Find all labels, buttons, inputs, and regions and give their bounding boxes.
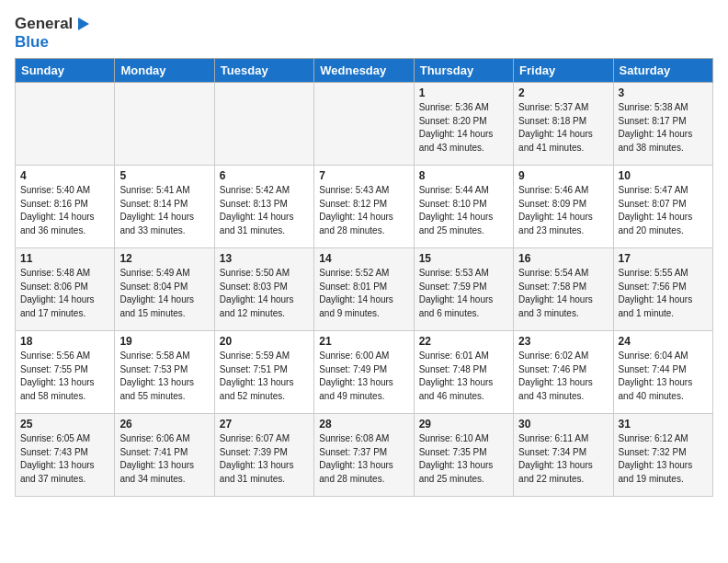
day-info: Sunrise: 5:43 AM Sunset: 8:12 PM Dayligh… [319,184,408,237]
calendar-cell: 24Sunrise: 6:04 AM Sunset: 7:44 PM Dayli… [613,331,712,414]
day-number: 5 [119,169,209,182]
day-number: 19 [119,335,209,348]
calendar-day-header: Wednesday [314,59,414,83]
day-number: 20 [220,335,309,348]
day-info: Sunrise: 6:05 AM Sunset: 7:43 PM Dayligh… [20,432,109,486]
calendar-day-header: Friday [514,59,613,83]
logo-text: General Blue [15,15,91,51]
day-info: Sunrise: 6:12 AM Sunset: 7:32 PM Dayligh… [619,432,708,486]
calendar-week-row: 4Sunrise: 5:40 AM Sunset: 8:16 PM Daylig… [16,166,713,248]
svg-marker-0 [78,17,89,30]
day-number: 12 [119,252,209,265]
calendar-cell: 27Sunrise: 6:07 AM Sunset: 7:39 PM Dayli… [214,414,313,497]
day-info: Sunrise: 5:59 AM Sunset: 7:51 PM Dayligh… [220,350,309,403]
day-info: Sunrise: 5:55 AM Sunset: 7:56 PM Dayligh… [619,267,708,320]
calendar-cell: 2Sunrise: 5:37 AM Sunset: 8:18 PM Daylig… [514,83,613,166]
page-header: General Blue [15,15,713,51]
day-info: Sunrise: 5:53 AM Sunset: 7:59 PM Dayligh… [419,267,508,320]
day-number: 23 [518,335,608,348]
logo-blue: Blue [15,33,91,52]
day-info: Sunrise: 5:42 AM Sunset: 8:13 PM Dayligh… [220,184,309,237]
calendar-cell [214,83,313,166]
day-number: 27 [220,418,309,431]
calendar-cell: 20Sunrise: 5:59 AM Sunset: 7:51 PM Dayli… [214,331,313,414]
day-info: Sunrise: 5:54 AM Sunset: 7:58 PM Dayligh… [518,267,608,320]
logo-arrow-icon [74,16,91,32]
day-number: 17 [619,252,708,265]
day-number: 16 [518,252,608,265]
day-number: 6 [220,169,309,182]
day-number: 8 [419,169,508,182]
day-number: 3 [619,86,708,99]
calendar-day-header: Thursday [414,59,513,83]
calendar-cell [314,83,414,166]
day-info: Sunrise: 5:47 AM Sunset: 8:07 PM Dayligh… [619,184,708,237]
logo-general: General [15,15,73,33]
calendar-cell: 14Sunrise: 5:52 AM Sunset: 8:01 PM Dayli… [314,248,414,331]
calendar-cell: 1Sunrise: 5:36 AM Sunset: 8:20 PM Daylig… [414,83,513,166]
day-number: 7 [319,169,408,182]
day-number: 18 [20,335,109,348]
calendar-cell: 12Sunrise: 5:49 AM Sunset: 8:04 PM Dayli… [115,248,214,331]
calendar-cell: 31Sunrise: 6:12 AM Sunset: 7:32 PM Dayli… [613,414,712,497]
calendar-cell: 17Sunrise: 5:55 AM Sunset: 7:56 PM Dayli… [613,248,712,331]
calendar-week-row: 25Sunrise: 6:05 AM Sunset: 7:43 PM Dayli… [16,414,713,497]
day-number: 11 [20,252,109,265]
calendar-cell: 16Sunrise: 5:54 AM Sunset: 7:58 PM Dayli… [514,248,613,331]
day-number: 13 [220,252,309,265]
day-number: 4 [20,169,109,182]
day-number: 22 [419,335,508,348]
calendar-cell: 8Sunrise: 5:44 AM Sunset: 8:10 PM Daylig… [414,166,513,248]
day-info: Sunrise: 6:08 AM Sunset: 7:37 PM Dayligh… [319,432,408,486]
day-info: Sunrise: 5:50 AM Sunset: 8:03 PM Dayligh… [220,267,309,320]
day-info: Sunrise: 6:01 AM Sunset: 7:48 PM Dayligh… [419,350,508,403]
day-number: 31 [619,418,708,431]
calendar-cell: 26Sunrise: 6:06 AM Sunset: 7:41 PM Dayli… [115,414,214,497]
day-info: Sunrise: 5:56 AM Sunset: 7:55 PM Dayligh… [20,350,109,403]
day-info: Sunrise: 6:00 AM Sunset: 7:49 PM Dayligh… [319,350,408,403]
day-number: 21 [319,335,408,348]
calendar-day-header: Sunday [16,59,115,83]
day-number: 1 [419,86,508,99]
calendar-week-row: 1Sunrise: 5:36 AM Sunset: 8:20 PM Daylig… [16,83,713,166]
calendar-cell: 21Sunrise: 6:00 AM Sunset: 7:49 PM Dayli… [314,331,414,414]
day-info: Sunrise: 5:38 AM Sunset: 8:17 PM Dayligh… [619,101,708,155]
day-info: Sunrise: 6:04 AM Sunset: 7:44 PM Dayligh… [619,350,708,403]
day-info: Sunrise: 5:41 AM Sunset: 8:14 PM Dayligh… [119,184,209,237]
calendar-cell [16,83,115,166]
day-number: 28 [319,418,408,431]
day-info: Sunrise: 5:46 AM Sunset: 8:09 PM Dayligh… [518,184,608,237]
calendar-cell: 6Sunrise: 5:42 AM Sunset: 8:13 PM Daylig… [214,166,313,248]
day-info: Sunrise: 6:11 AM Sunset: 7:34 PM Dayligh… [518,432,608,486]
calendar-cell: 23Sunrise: 6:02 AM Sunset: 7:46 PM Dayli… [514,331,613,414]
calendar-cell: 13Sunrise: 5:50 AM Sunset: 8:03 PM Dayli… [214,248,313,331]
calendar-day-header: Monday [115,59,214,83]
calendar-cell: 9Sunrise: 5:46 AM Sunset: 8:09 PM Daylig… [514,166,613,248]
day-info: Sunrise: 5:37 AM Sunset: 8:18 PM Dayligh… [518,101,608,155]
day-info: Sunrise: 5:40 AM Sunset: 8:16 PM Dayligh… [20,184,109,237]
calendar-cell: 3Sunrise: 5:38 AM Sunset: 8:17 PM Daylig… [613,83,712,166]
day-number: 9 [518,169,608,182]
day-info: Sunrise: 6:10 AM Sunset: 7:35 PM Dayligh… [419,432,508,486]
day-number: 10 [619,169,708,182]
calendar-cell: 29Sunrise: 6:10 AM Sunset: 7:35 PM Dayli… [414,414,513,497]
day-info: Sunrise: 5:36 AM Sunset: 8:20 PM Dayligh… [419,101,508,155]
day-info: Sunrise: 5:49 AM Sunset: 8:04 PM Dayligh… [119,267,209,320]
day-number: 25 [20,418,109,431]
day-number: 15 [419,252,508,265]
calendar-cell: 5Sunrise: 5:41 AM Sunset: 8:14 PM Daylig… [115,166,214,248]
day-number: 29 [419,418,508,431]
logo: General Blue [15,15,91,51]
day-info: Sunrise: 5:52 AM Sunset: 8:01 PM Dayligh… [319,267,408,320]
calendar-week-row: 18Sunrise: 5:56 AM Sunset: 7:55 PM Dayli… [16,331,713,414]
day-number: 30 [518,418,608,431]
calendar-cell: 11Sunrise: 5:48 AM Sunset: 8:06 PM Dayli… [16,248,115,331]
calendar-cell: 25Sunrise: 6:05 AM Sunset: 7:43 PM Dayli… [16,414,115,497]
day-info: Sunrise: 5:58 AM Sunset: 7:53 PM Dayligh… [119,350,209,403]
day-info: Sunrise: 5:48 AM Sunset: 8:06 PM Dayligh… [20,267,109,320]
day-info: Sunrise: 5:44 AM Sunset: 8:10 PM Dayligh… [419,184,508,237]
day-number: 2 [518,86,608,99]
calendar-cell: 28Sunrise: 6:08 AM Sunset: 7:37 PM Dayli… [314,414,414,497]
calendar-day-header: Tuesday [214,59,313,83]
day-info: Sunrise: 6:06 AM Sunset: 7:41 PM Dayligh… [119,432,209,486]
